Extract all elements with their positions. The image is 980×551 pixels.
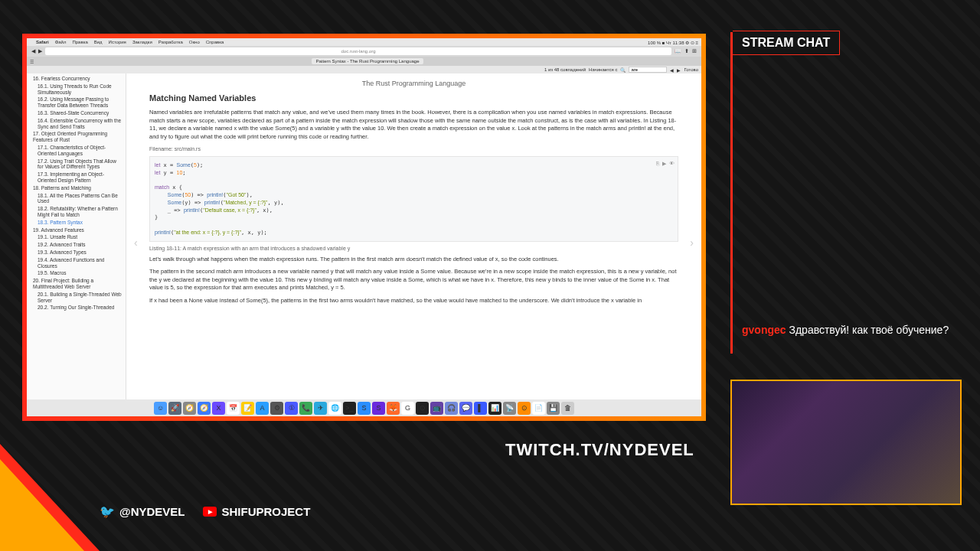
dock-app-icon[interactable]: ▌ — [474, 402, 487, 415]
menu-item[interactable]: Справка — [206, 40, 224, 44]
sidebar-item[interactable]: 20.2. Turning Our Single-Threaded — [30, 304, 122, 311]
reader-icon[interactable]: 📖 — [675, 48, 681, 54]
find-input[interactable] — [629, 67, 667, 73]
paragraph: Named variables are irrefutable patterns… — [149, 109, 678, 141]
chat-text: Здравствуй! как твоё обучение? — [789, 324, 949, 336]
menu-item[interactable]: Закладки — [132, 40, 152, 44]
youtube-icon: ▶ — [203, 507, 217, 517]
menu-item[interactable]: Разработка — [158, 40, 183, 44]
tabs-icon[interactable]: ⊞ — [692, 48, 697, 54]
dock-app-icon[interactable]: 🧭 — [183, 402, 196, 415]
twitter-handle: 🐦@NYDEVEL — [100, 504, 185, 519]
dock-app-icon[interactable]: S — [358, 402, 371, 415]
sidebar-item[interactable]: 19.2. Advanced Traits — [30, 241, 122, 249]
find-next-icon[interactable]: ▶ — [677, 67, 681, 73]
dock-app-icon[interactable]: S — [372, 402, 385, 415]
share-icon[interactable]: ⬆ — [684, 48, 689, 54]
dock-app-icon[interactable]: ⊙ — [416, 402, 429, 415]
menu-item[interactable]: История — [109, 40, 126, 44]
macos-dock[interactable]: ☺🚀🧭🧭X📅📝A⚙①📞✈🌐>_SS🦊G⊙📺🎧💬▌📊📡⊙📄💾🗑 — [27, 399, 701, 416]
sidebar-icon[interactable]: ☰ — [30, 59, 34, 64]
dock-app-icon[interactable]: 📄 — [532, 402, 545, 415]
menu-item[interactable]: Правка — [72, 40, 87, 44]
sidebar-item[interactable]: 18. Patterns and Matching — [30, 184, 122, 192]
dock-app-icon[interactable]: >_ — [343, 402, 356, 415]
sidebar-item[interactable]: 16.3. Shared-State Concurrency — [30, 109, 122, 117]
play-icon[interactable]: ▶ — [662, 160, 666, 167]
sidebar-item[interactable]: 19. Advanced Features — [30, 227, 122, 234]
paragraph: If x had been a None value instead of So… — [149, 297, 678, 305]
webcam-feed — [730, 380, 962, 505]
book-sidebar[interactable]: 16. Fearless Concurrency16.1. Using Thre… — [27, 73, 126, 399]
dock-app-icon[interactable]: ⚙ — [270, 402, 283, 415]
sidebar-item[interactable]: 16. Fearless Concurrency — [30, 75, 122, 83]
dock-app-icon[interactable]: 📞 — [299, 402, 312, 415]
app-name[interactable]: Safari — [36, 40, 49, 44]
dock-app-icon[interactable]: A — [256, 402, 269, 415]
dock-app-icon[interactable]: X — [212, 402, 225, 415]
dock-app-icon[interactable]: ☺ — [154, 402, 167, 415]
sidebar-item[interactable]: 17.1. Characteristics of Object-Oriented… — [30, 144, 122, 158]
dock-app-icon[interactable]: 📡 — [503, 402, 516, 415]
menu-item[interactable]: Вид — [94, 40, 103, 44]
twitter-icon: 🐦 — [100, 504, 115, 519]
doc-content: ‹ › The Rust Programming Language Matchi… — [126, 73, 701, 399]
dock-app-icon[interactable]: ✈ — [314, 402, 327, 415]
back-icon[interactable]: ◀ — [31, 48, 35, 54]
dock-app-icon[interactable]: 💬 — [459, 402, 472, 415]
dock-app-icon[interactable]: 📅 — [227, 402, 240, 415]
dock-app-icon[interactable]: 🦊 — [387, 402, 400, 415]
menu-item[interactable]: Окно — [189, 40, 200, 44]
sidebar-item[interactable]: 19.4. Advanced Functions and Closures — [30, 256, 122, 270]
dock-app-icon[interactable]: ⊙ — [518, 402, 531, 415]
dock-app-icon[interactable]: 📊 — [488, 402, 501, 415]
stream-chat-panel: STREAM CHAT gvongec Здравствуй! как твоё… — [730, 32, 962, 354]
browser-toolbar: ◀ ▶ doc.rust-lang.org 📖 ⬆ ⊞ — [27, 46, 701, 57]
find-done[interactable]: Готово — [684, 67, 698, 72]
macos-menubar[interactable]: Safari Файл Правка Вид История Закладки … — [27, 38, 701, 46]
url-bar[interactable]: doc.rust-lang.org — [45, 47, 671, 55]
dock-app-icon[interactable]: 📺 — [430, 402, 443, 415]
dock-app-icon[interactable]: ① — [285, 402, 298, 415]
sidebar-item[interactable]: 19.5. Macros — [30, 269, 122, 277]
next-page-icon[interactable]: › — [690, 236, 694, 249]
forward-icon[interactable]: ▶ — [38, 48, 42, 54]
dock-app-icon[interactable]: 📝 — [241, 402, 254, 415]
eye-icon[interactable]: 👁 — [669, 160, 675, 167]
dock-app-icon[interactable]: 🗑 — [561, 402, 574, 415]
dock-app-icon[interactable]: 💾 — [547, 402, 560, 415]
sidebar-item[interactable]: 19.1. Unsafe Rust — [30, 233, 122, 241]
sidebar-item[interactable]: 16.1. Using Threads to Run Code Simultan… — [30, 83, 122, 96]
chat-username[interactable]: gvongec — [742, 324, 786, 336]
sidebar-item[interactable]: 17.3. Implementing an Object-Oriented De… — [30, 171, 122, 184]
sidebar-item[interactable]: 18.3. Pattern Syntax — [30, 219, 122, 227]
dock-app-icon[interactable]: 🚀 — [168, 402, 181, 415]
dock-app-icon[interactable]: 🎧 — [445, 402, 458, 415]
find-mode[interactable]: Начинается с — [589, 67, 617, 72]
tab-bar: ☰ Pattern Syntax - The Rust Programming … — [27, 57, 701, 66]
dock-app-icon[interactable]: 🌐 — [328, 402, 341, 415]
copy-icon[interactable]: ⎘ — [656, 160, 659, 167]
find-count: 1 из 48 совпадений — [544, 67, 586, 72]
chat-message: gvongec Здравствуй! как твоё обучение? — [742, 323, 952, 338]
sidebar-item[interactable]: 17.2. Using Trait Objects That Allow for… — [30, 158, 122, 171]
sidebar-item[interactable]: 19.3. Advanced Types — [30, 249, 122, 256]
sidebar-item[interactable]: 17. Object Oriented Programming Features… — [30, 130, 122, 144]
sidebar-item[interactable]: 18.1. All the Places Patterns Can Be Use… — [30, 192, 122, 206]
listing-caption: Listing 18-11: A match expression with a… — [149, 245, 678, 253]
menubar-status: 100 % ■ Чт 11:38 ⚙ ⊙ ≡ — [648, 40, 698, 45]
browser-tab[interactable]: Pattern Syntax - The Rust Programming La… — [312, 58, 424, 64]
sidebar-item[interactable]: 18.2. Refutability: Whether a Pattern Mi… — [30, 205, 122, 219]
menu-item[interactable]: Файл — [55, 40, 67, 44]
sidebar-item[interactable]: 20.1. Building a Single-Threaded Web Ser… — [30, 291, 122, 305]
code-filename: Filename: src/main.rs — [149, 145, 678, 153]
find-bar: 1 из 48 совпадений Начинается с 🔍 ◀ ▶ Го… — [27, 66, 701, 73]
sidebar-item[interactable]: 16.4. Extensible Concurrency with the Sy… — [30, 117, 122, 131]
sidebar-item[interactable]: 16.2. Using Message Passing to Transfer … — [30, 96, 122, 109]
dock-app-icon[interactable]: G — [401, 402, 414, 415]
dock-app-icon[interactable]: 🧭 — [198, 402, 211, 415]
prev-page-icon[interactable]: ‹ — [134, 236, 138, 249]
find-prev-icon[interactable]: ◀ — [670, 67, 674, 73]
sidebar-item[interactable]: 20. Final Project: Building a Multithrea… — [30, 277, 122, 291]
chat-header: STREAM CHAT — [733, 31, 840, 55]
